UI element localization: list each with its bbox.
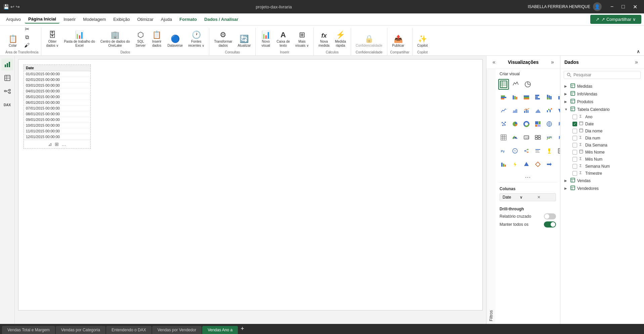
viz-arrow-right[interactable] xyxy=(544,159,555,170)
ribbon-medida-rapida[interactable]: ⚡ Medidarápida xyxy=(333,30,348,49)
ribbon-recortar[interactable]: ✂ xyxy=(22,25,32,33)
tree-child-ano[interactable]: ΣAno xyxy=(560,113,644,120)
more-icon[interactable]: … xyxy=(61,141,66,147)
viz-waterfall[interactable] xyxy=(544,105,555,116)
viz-r-visual[interactable]: R xyxy=(555,132,560,143)
colunas-remove-btn[interactable]: ✕ xyxy=(537,195,553,200)
ribbon-pincel[interactable]: 🖌 xyxy=(22,42,32,49)
ribbon-transformar[interactable]: ⚙ Transformardados xyxy=(212,30,234,49)
viz-column-chart[interactable] xyxy=(555,92,560,102)
tab-entendendo-dax[interactable]: Entendendo o DAX xyxy=(106,326,152,334)
check-mes-nome[interactable] xyxy=(572,150,577,155)
menu-pagina-inicial[interactable]: Página Inicial xyxy=(25,15,59,24)
viz-panel-collapse-left[interactable]: « xyxy=(490,58,498,66)
viz-stacked-column[interactable] xyxy=(544,92,555,102)
viz-scatter[interactable] xyxy=(498,119,509,129)
viz-pie[interactable] xyxy=(510,119,520,129)
data-panel-expand[interactable]: » xyxy=(633,58,640,66)
user-avatar[interactable]: 👤 xyxy=(593,2,602,11)
viz-panel-expand-right[interactable]: » xyxy=(549,58,556,66)
tab-vendas-ano[interactable]: Vendas Ano a xyxy=(202,326,238,334)
check-semana-num[interactable] xyxy=(572,164,577,169)
ribbon-atualizar[interactable]: 🔄 Atualizar xyxy=(235,34,253,49)
viz-multi-card[interactable] xyxy=(532,132,543,143)
ribbon-fontes-recentes[interactable]: 🕐 Fontesrecentes ∨ xyxy=(186,30,206,49)
check-dia-nome[interactable] xyxy=(572,129,577,133)
filter-icon[interactable]: ⊿ xyxy=(48,141,52,147)
filtros-tab[interactable]: Filtros xyxy=(486,69,496,324)
viz-map[interactable] xyxy=(544,119,555,129)
ribbon-publicar[interactable]: 📤 Publicar xyxy=(390,34,406,49)
menu-otimizar[interactable]: Otimizar xyxy=(134,15,157,23)
viz-decomp-tree[interactable] xyxy=(521,145,532,156)
ribbon-copilot[interactable]: ✨ Copilot xyxy=(415,34,430,49)
tab-add-button[interactable]: + xyxy=(239,325,246,333)
ribbon-nova-medida[interactable]: fx Novamedida xyxy=(316,31,332,49)
viz-100-bar[interactable] xyxy=(521,92,532,102)
check-mes-num[interactable] xyxy=(572,157,577,162)
tab-vendas-categoria[interactable]: Vendas por Categoria xyxy=(56,326,105,334)
tree-child-mes-nome[interactable]: Mês Nome xyxy=(560,149,644,156)
menu-exibicao[interactable]: Exibição xyxy=(110,15,133,23)
menu-modelagem[interactable]: Modelagem xyxy=(80,15,109,23)
ribbon-inserir-dados[interactable]: 📋 Inserirdados xyxy=(149,30,164,49)
menu-inserir[interactable]: Inserir xyxy=(60,15,79,23)
viz-matrix[interactable] xyxy=(498,132,509,143)
close-button[interactable]: ✕ xyxy=(630,2,641,11)
viz-ribbon[interactable] xyxy=(532,105,543,116)
menu-arquivo[interactable]: Arquivo xyxy=(3,15,24,23)
tree-item-vendedores[interactable]: ▶Vendedores xyxy=(560,184,644,192)
viz-paginated[interactable] xyxy=(555,145,560,156)
viz-bar2[interactable] xyxy=(498,159,509,170)
sidebar-icon-dax[interactable]: DAX xyxy=(1,99,13,111)
viz-gauge[interactable] xyxy=(510,132,520,143)
menu-ajuda[interactable]: Ajuda xyxy=(158,15,175,23)
viz-icon-handshake[interactable] xyxy=(510,79,521,90)
ribbon-dataverse[interactable]: 🔵 Dataverse xyxy=(166,34,185,49)
viz-trophy[interactable] xyxy=(544,145,555,156)
ribbon-colar[interactable]: 📋 Colar xyxy=(5,34,20,49)
ribbon-pasta-excel[interactable]: 📊 Pasta de trabalho doExcel xyxy=(62,30,97,49)
tree-child-date[interactable]: ✓Date xyxy=(560,120,644,127)
tree-child-mes-num[interactable]: ΣMês Num xyxy=(560,156,644,163)
check-date[interactable]: ✓ xyxy=(572,122,577,126)
ribbon-obter-dados[interactable]: 🗄 Obterdados ∨ xyxy=(44,30,60,49)
ribbon-confidencialidade[interactable]: 🔒 Confidencialidade xyxy=(354,34,385,49)
relatorio-cruzado-toggle[interactable] xyxy=(544,213,556,219)
tree-child-dia-num[interactable]: ΣDia num xyxy=(560,134,644,141)
viz-icon-circle-chart[interactable] xyxy=(522,79,533,90)
tree-item-medidas[interactable]: ▶Medidas xyxy=(560,82,644,90)
viz-more-btn[interactable]: … xyxy=(496,171,560,181)
check-ano[interactable] xyxy=(572,115,577,119)
tree-item-infovendas[interactable]: ▶InfoVendas xyxy=(560,90,644,98)
menu-formato[interactable]: Formato xyxy=(176,15,200,23)
viz-card[interactable]: 123 xyxy=(521,132,532,143)
visual-table-date[interactable]: Date 01/01/2015 00:00:0002/01/2015 00:00… xyxy=(24,65,91,149)
ribbon-copiar[interactable]: ⧉ xyxy=(22,34,32,41)
save-icon[interactable]: 💾 xyxy=(3,4,9,9)
viz-kpi[interactable]: KPI xyxy=(544,132,555,143)
check-dia-semana[interactable] xyxy=(572,143,577,148)
share-button[interactable]: ↗ ↗ Compartilhar ∨ xyxy=(590,15,641,24)
ribbon-caixa-texto[interactable]: A Caixa detexto xyxy=(274,30,292,49)
tree-child-trimestre[interactable]: ΣTrimestre xyxy=(560,170,644,177)
menu-dados-analisar[interactable]: Dados / Analisar xyxy=(201,15,242,23)
sidebar-icon-table[interactable] xyxy=(1,72,13,84)
search-input[interactable] xyxy=(573,73,638,77)
check-dia-num[interactable] xyxy=(572,136,577,140)
ribbon-collapse-button[interactable]: ∧ xyxy=(635,47,641,55)
viz-filled-map[interactable] xyxy=(555,119,560,129)
undo-icon[interactable]: ↩ xyxy=(10,4,14,9)
viz-clustered-bar[interactable] xyxy=(510,92,520,102)
tree-child-dia-nome[interactable]: Dia nome xyxy=(560,127,644,134)
viz-area[interactable] xyxy=(510,105,520,116)
tree-child-semana-num[interactable]: ΣSemana Num xyxy=(560,163,644,170)
tree-item-produtos[interactable]: ▶Produtos xyxy=(560,98,644,106)
redo-icon[interactable]: ↪ xyxy=(16,4,20,9)
tree-child-dia-semana[interactable]: ΣDia Semana xyxy=(560,141,644,149)
viz-lightning[interactable] xyxy=(510,159,520,170)
viz-icon-table[interactable] xyxy=(498,79,509,90)
sidebar-icon-report[interactable] xyxy=(1,58,13,71)
manter-todos-toggle[interactable] xyxy=(544,221,556,227)
expand-icon[interactable]: ⊞ xyxy=(55,141,59,147)
